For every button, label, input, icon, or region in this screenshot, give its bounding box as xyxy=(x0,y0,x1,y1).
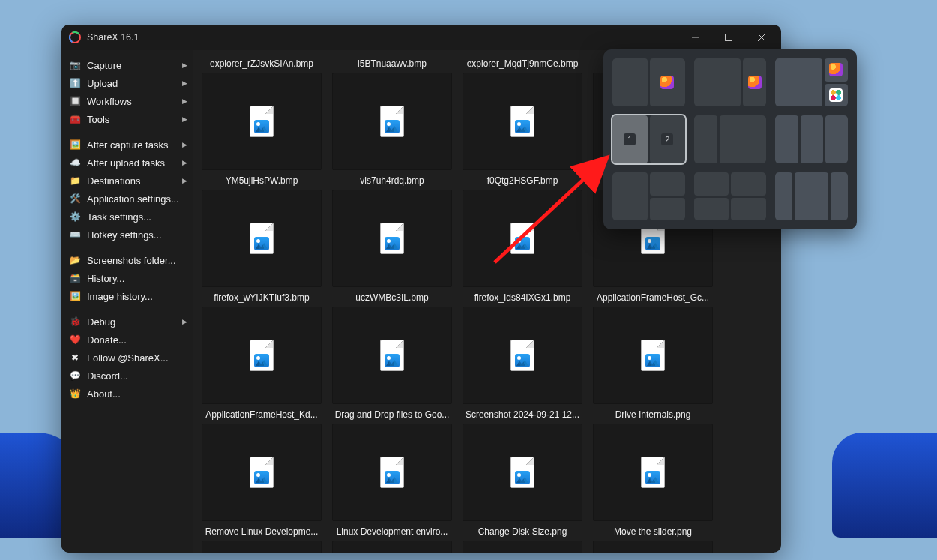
snap-layout-1-2stack[interactable] xyxy=(775,58,848,106)
history-item-thumb xyxy=(593,541,713,553)
snap-cell xyxy=(731,198,766,221)
image-file-icon xyxy=(250,340,274,371)
history-item[interactable]: i5BTnuaawv.bmp xyxy=(330,55,454,172)
sidebar-item-donate[interactable]: ❤️Donate... xyxy=(63,331,192,349)
snap-layout-2col-selected[interactable]: 1 2 xyxy=(612,115,685,163)
submenu-arrow-icon: ▶ xyxy=(182,177,187,184)
history-item[interactable]: Linux Development enviro... xyxy=(330,523,454,553)
image-file-icon xyxy=(380,106,404,137)
history-item[interactable]: explorer_rZJsvkSIAn.bmp xyxy=(199,55,324,172)
history-item-label: Drag and Drop files to Goo... xyxy=(330,406,454,424)
sidebar-item-icon: 🔲 xyxy=(69,95,81,107)
history-item[interactable]: ApplicationFrameHost_Gc... xyxy=(591,289,715,406)
snap-cell xyxy=(694,198,729,221)
history-item[interactable]: uczWMBc3IL.bmp xyxy=(330,289,454,406)
sidebar-item-tools[interactable]: 🧰Tools▶ xyxy=(63,110,192,128)
history-item[interactable]: f0Qtg2HSGF.bmp xyxy=(460,172,585,289)
history-item[interactable]: YM5ujiHsPW.bmp xyxy=(199,172,324,289)
submenu-arrow-icon: ▶ xyxy=(182,97,187,105)
history-item-label: Move the slider.png xyxy=(591,523,715,541)
sidebar-item-upload[interactable]: ⬆️Upload▶ xyxy=(63,74,192,92)
image-file-icon xyxy=(510,457,534,488)
snap-cell xyxy=(775,172,792,220)
history-item-label: YM5ujiHsPW.bmp xyxy=(199,172,324,190)
history-item[interactable]: Move the slider.png xyxy=(591,523,715,553)
snap-layout-4grid[interactable] xyxy=(694,172,767,220)
history-item-label: Drive Internals.png xyxy=(591,406,715,424)
snap-cell xyxy=(775,58,822,106)
image-file-icon xyxy=(641,457,665,488)
sidebar-item-icon: 📁 xyxy=(69,175,81,187)
history-item-thumb xyxy=(332,424,452,521)
snap-cell xyxy=(801,115,823,163)
snap-layout-2col-narrow[interactable] xyxy=(694,115,767,163)
sidebar-item-about[interactable]: 👑About... xyxy=(63,385,192,403)
history-item-label: Screenshot 2024-09-21 12... xyxy=(460,406,585,424)
sidebar-item-screenshots-folder[interactable]: 📂Screenshots folder... xyxy=(63,251,192,269)
sidebar-item-hotkey-settings[interactable]: ⌨️Hotkey settings... xyxy=(63,226,192,244)
sidebar-item-icon: ✖ xyxy=(69,352,81,364)
sidebar-item-task-settings[interactable]: ⚙️Task settings... xyxy=(63,208,192,226)
snap-layout-3col-center[interactable] xyxy=(775,172,848,220)
image-file-icon xyxy=(250,223,274,254)
close-button[interactable] xyxy=(745,25,778,49)
snap-cell xyxy=(650,172,685,196)
sidebar-item-capture[interactable]: 📷Capture▶ xyxy=(63,56,192,74)
history-item[interactable]: Drag and Drop files to Goo... xyxy=(330,406,454,523)
sidebar-item-after-capture-tasks[interactable]: 🖼️After capture tasks▶ xyxy=(63,136,192,154)
history-item-label: vis7uh4rdq.bmp xyxy=(330,172,454,190)
sidebar-item-icon: 🗃️ xyxy=(69,272,81,284)
titlebar[interactable]: ShareX 16.1 xyxy=(61,25,781,50)
maximize-icon xyxy=(725,34,732,41)
sidebar-item-label: Application settings... xyxy=(87,193,179,205)
history-item[interactable]: vis7uh4rdq.bmp xyxy=(330,172,454,289)
history-item[interactable]: Remove Linux Developme... xyxy=(199,523,324,553)
sidebar-item-icon: ⌨️ xyxy=(69,229,81,241)
sidebar-item-label: Image history... xyxy=(87,291,153,302)
history-item[interactable]: explorer_MqdTj9nmCe.bmp xyxy=(460,55,585,172)
snap-layout-2col[interactable] xyxy=(612,58,685,106)
snap-layout-1-2stack-b[interactable] xyxy=(612,172,685,220)
sidebar-item-label: Debug xyxy=(87,316,115,328)
history-item-label: explorer_rZJsvkSIAn.bmp xyxy=(199,55,324,73)
sidebar-item-discord[interactable]: 💬Discord... xyxy=(63,367,192,385)
history-item-thumb xyxy=(463,307,582,404)
sidebar-item-debug[interactable]: 🐞Debug▶ xyxy=(63,313,192,331)
sidebar-item-label: Tools xyxy=(87,114,109,125)
history-item-label: firefox_Ids84IXGx1.bmp xyxy=(460,289,585,307)
history-item[interactable]: firefox_wYIJKTIuf3.bmp xyxy=(199,289,324,406)
image-file-icon xyxy=(510,340,534,371)
snap-cell xyxy=(694,115,717,163)
sidebar-item-label: Capture xyxy=(87,60,121,71)
snap-cell xyxy=(612,58,648,106)
history-item[interactable]: Drive Internals.png xyxy=(591,406,715,523)
sidebar-item-destinations[interactable]: 📁Destinations▶ xyxy=(63,172,192,190)
sidebar-item-history[interactable]: 🗃️History... xyxy=(63,269,192,287)
history-item-label: Change Disk Size.png xyxy=(460,523,585,541)
snap-layout-2col-wide[interactable] xyxy=(694,58,767,106)
sidebar-item-icon: 🛠️ xyxy=(69,193,81,205)
history-item[interactable]: firefox_Ids84IXGx1.bmp xyxy=(460,289,585,406)
history-item[interactable]: Screenshot 2024-09-21 12... xyxy=(460,406,585,523)
sidebar-item-image-history[interactable]: 🖼️Image history... xyxy=(63,287,192,305)
history-item-label: firefox_wYIJKTIuf3.bmp xyxy=(199,289,324,307)
history-item[interactable]: ApplicationFrameHost_Kd... xyxy=(199,406,324,523)
sidebar-item-workflows[interactable]: 🔲Workflows▶ xyxy=(63,92,192,110)
sidebar-item-label: Screenshots folder... xyxy=(87,255,176,266)
sidebar-item-application-settings[interactable]: 🛠️Application settings... xyxy=(63,190,192,208)
history-item-thumb xyxy=(202,541,322,553)
sidebar-item-follow-sharex[interactable]: ✖Follow @ShareX... xyxy=(63,349,192,367)
sidebar-item-label: Hotkey settings... xyxy=(87,229,162,241)
maximize-button[interactable] xyxy=(712,25,745,49)
minimize-button[interactable] xyxy=(679,25,712,49)
submenu-arrow-icon: ▶ xyxy=(182,61,187,69)
history-item-thumb xyxy=(593,307,713,404)
snap-cell xyxy=(694,58,741,106)
history-item[interactable]: Change Disk Size.png xyxy=(460,523,585,553)
sidebar-item-icon: 🖼️ xyxy=(69,139,81,151)
sidebar-item-after-upload-tasks[interactable]: ☁️After upload tasks▶ xyxy=(63,154,192,172)
snap-layout-3col[interactable] xyxy=(775,115,848,163)
history-item-label: explorer_MqdTj9nmCe.bmp xyxy=(460,55,585,73)
sidebar-item-icon: ☁️ xyxy=(69,157,81,169)
image-file-icon xyxy=(510,106,534,137)
